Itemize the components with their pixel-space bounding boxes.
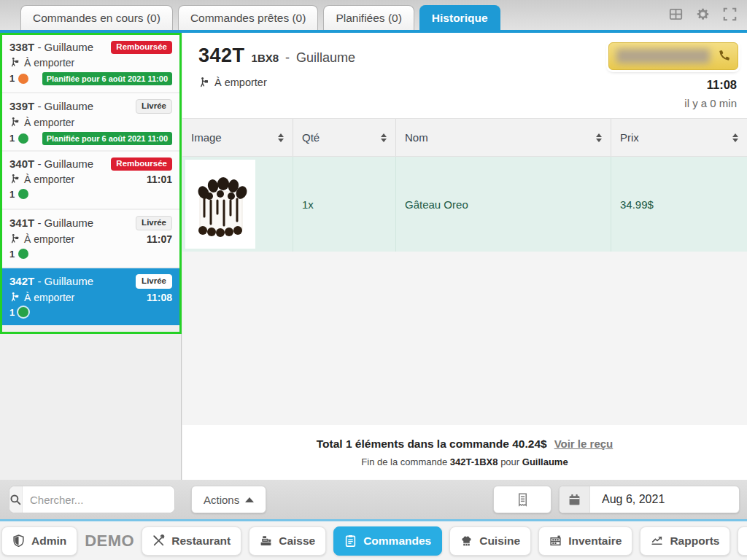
order-time: 11:08: [707, 78, 737, 92]
receipt-button[interactable]: [493, 486, 551, 513]
order-title: 341T - Guillaume: [9, 217, 93, 229]
clipboard-icon: [344, 534, 357, 547]
takeout-person-icon: [9, 117, 20, 128]
status-badge: Livrée: [136, 99, 172, 114]
item-row-gateau-oreo[interactable]: 1x Gâteau Oreo 34.99$: [182, 157, 747, 252]
order-type: À emporter: [198, 77, 267, 88]
order-type: À emporter: [9, 233, 74, 245]
nav-commandes-button[interactable]: Commandes: [333, 526, 442, 556]
date-picker[interactable]: Aug 6, 2021: [559, 486, 740, 513]
planned-badge: Planifiée pour 6 août 2021 11:00: [42, 132, 172, 145]
table-grid-icon[interactable]: [669, 7, 683, 21]
dash: -: [285, 50, 290, 66]
status-dot-orange: [18, 74, 28, 84]
customer-name: Guillaume: [296, 50, 355, 66]
order-summary: Total 1 éléments dans la commande 40.24$…: [182, 425, 747, 480]
nav-restaurant-button[interactable]: Restaurant: [142, 526, 241, 556]
search-icon: [9, 486, 23, 513]
sort-icon: [596, 133, 602, 142]
tab-historique[interactable]: Historique: [419, 5, 500, 30]
inventory-icon: [549, 534, 562, 547]
fullscreen-icon[interactable]: [723, 7, 737, 21]
takeout-person-icon: [9, 233, 20, 244]
item-price: 34.99$: [611, 157, 747, 252]
bottom-nav: Admin DEMO Restaurant Caisse Commandes C…: [0, 519, 747, 560]
order-title: 339T - Guillaume: [9, 100, 93, 112]
order-time-ago: il y a 0 min: [684, 97, 737, 109]
pos-app: Commandes en cours (0) Commandes prêtes …: [0, 0, 747, 560]
column-header-qty[interactable]: Qté: [293, 119, 396, 156]
nav-factures-button[interactable]: $ Factures: [738, 526, 747, 556]
search-input[interactable]: [23, 486, 175, 513]
order-time: 11:07: [147, 233, 172, 245]
nav-label: Commandes: [363, 534, 431, 548]
cash-register-icon: [260, 534, 272, 547]
nav-rapports-button[interactable]: Rapports: [640, 526, 730, 556]
nav-cuisine-button[interactable]: Cuisine: [449, 526, 531, 556]
takeout-person-icon: [9, 292, 20, 303]
order-card-342T-selected[interactable]: 342T - Guillaume Livrée À emporter 11:08…: [2, 268, 179, 325]
chevron-up-icon: [245, 497, 254, 502]
tab-commandes-pretes[interactable]: Commandes prêtes (0): [178, 5, 319, 30]
nav-label: Caisse: [279, 534, 315, 548]
order-count: 1: [9, 307, 28, 318]
column-header-price[interactable]: Prix: [611, 119, 747, 156]
view-receipt-link[interactable]: Voir le reçu: [554, 438, 614, 450]
calendar-icon: [560, 486, 590, 513]
order-type: À emporter: [9, 174, 74, 185]
order-card-338T[interactable]: 338T - Guillaume Remboursée À emporter 1…: [2, 35, 179, 92]
actions-button[interactable]: Actions: [191, 486, 266, 513]
order-time: 11:01: [147, 174, 172, 185]
gear-icon[interactable]: [696, 7, 710, 21]
takeout-person-icon: [198, 77, 210, 88]
nav-label: Inventaire: [568, 534, 622, 548]
call-customer-button[interactable]: [608, 42, 738, 70]
demo-watermark: DEMO: [85, 532, 134, 551]
order-detail-header: 342T 1BX8 - Guillaume À emporter 11:08 i…: [182, 33, 747, 119]
tab-label: Commandes prêtes (0): [190, 12, 306, 25]
tab-planifiees[interactable]: Planifiées (0): [323, 5, 414, 30]
status-dot-green: [18, 133, 28, 144]
bottom-toolbar: Actions Aug 6, 2021: [0, 480, 747, 519]
order-total-text: Total 1 éléments dans la commande 40.24$: [317, 438, 547, 451]
sort-icon: [278, 133, 284, 142]
nav-label: Admin: [31, 534, 66, 548]
order-card-341T[interactable]: 341T - Guillaume Livrée À emporter 11:07…: [2, 210, 179, 267]
order-number: 342T: [198, 44, 245, 67]
shield-icon: [12, 534, 25, 547]
order-type: À emporter: [9, 117, 74, 128]
top-tab-bar: Commandes en cours (0) Commandes prêtes …: [0, 0, 747, 30]
order-code: 1BX8: [252, 52, 279, 64]
order-title: 342T - Guillaume: [9, 275, 93, 287]
order-end-text: Fin de la commande 342T-1BX8 pour Guilla…: [361, 456, 568, 467]
chart-icon: [651, 534, 663, 547]
nav-admin-button[interactable]: Admin: [1, 526, 77, 556]
nav-label: Cuisine: [479, 534, 520, 548]
order-title: 340T - Guillaume: [9, 158, 93, 170]
takeout-person-icon: [9, 57, 20, 68]
takeout-person-icon: [9, 174, 20, 184]
actions-label: Actions: [204, 494, 239, 506]
order-type: À emporter: [9, 292, 74, 303]
nav-caisse-button[interactable]: Caisse: [249, 526, 326, 556]
nav-label: Rapports: [670, 534, 719, 548]
nav-inventaire-button[interactable]: Inventaire: [538, 526, 632, 556]
tab-commandes-en-cours[interactable]: Commandes en cours (0): [20, 5, 173, 30]
phone-icon: [717, 50, 730, 63]
item-image-cell: [182, 157, 293, 252]
nav-label: Restaurant: [171, 534, 231, 548]
status-dot-green: [18, 249, 28, 259]
tab-label: Planifiées (0): [336, 12, 401, 25]
order-title: 338T - Guillaume: [9, 41, 93, 53]
order-tabs: Commandes en cours (0) Commandes prêtes …: [20, 5, 500, 30]
sort-icon: [732, 133, 738, 142]
status-badge: Livrée: [136, 274, 172, 289]
order-card-339T[interactable]: 339T - Guillaume Livrée À emporter 1 Pla…: [2, 93, 179, 150]
column-header-image[interactable]: Image: [182, 119, 293, 156]
column-header-name[interactable]: Nom: [396, 119, 611, 156]
order-time: 11:08: [147, 292, 172, 303]
tab-label: Commandes en cours (0): [33, 12, 160, 25]
items-table-header: Image Qté Nom Prix: [182, 119, 747, 157]
chef-hat-icon: [460, 534, 473, 547]
order-card-340T[interactable]: 340T - Guillaume Remboursée À emporter 1…: [2, 152, 179, 209]
